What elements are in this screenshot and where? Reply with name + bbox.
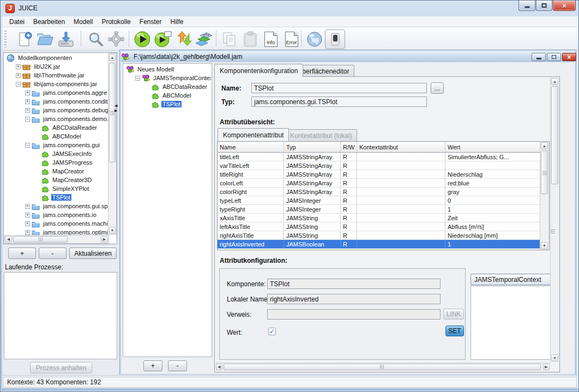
tab-kontextattribut-lokal[interactable]: Kontextattribut (lokal) xyxy=(285,129,357,141)
component-tree-item-mapcreator3d[interactable]: MapCreator3D xyxy=(4,176,108,184)
component-tree-item-jams-components-aggre[interactable]: +jams.components.aggre xyxy=(4,88,108,97)
table-row-varTitleLeft[interactable]: varTitleLeftJAMSStringArrayR xyxy=(218,161,549,170)
run-model-button[interactable] xyxy=(132,29,152,49)
expand-handle-icon[interactable]: − xyxy=(25,143,30,148)
model-tree-item-jamstemporalcontext[interactable]: −JAMSTemporalContext xyxy=(124,74,211,82)
scroll-down-icon[interactable]: ▼ xyxy=(551,354,558,361)
scroll-up-icon[interactable]: ▲ xyxy=(109,54,116,61)
stop-process-button[interactable]: Prozess anhalten xyxy=(30,362,92,373)
search-button[interactable] xyxy=(85,29,105,49)
expand-handle-icon[interactable]: + xyxy=(16,64,21,69)
expand-handle-icon[interactable]: + xyxy=(25,221,30,226)
process-list[interactable] xyxy=(4,272,117,359)
component-tree-item-abcdatareader[interactable]: ABCDataReader xyxy=(4,123,108,132)
scroll-left-icon[interactable]: ◀ xyxy=(216,364,222,370)
tab-komponentenattribut[interactable]: Komponentenattribut xyxy=(218,128,289,141)
tree-vscroll-thumb[interactable] xyxy=(109,63,116,162)
internal-close-button[interactable]: × xyxy=(562,53,576,61)
component-tree-item-mapcreator[interactable]: MapCreator xyxy=(4,167,108,176)
model-tree-item-tsplot[interactable]: TSPlot xyxy=(124,100,211,108)
web-button[interactable] xyxy=(304,29,324,49)
context-dropdown[interactable]: JAMSTemporalContext ▼ xyxy=(471,274,558,285)
run-model-gui-button[interactable] xyxy=(153,29,173,49)
minimize-button[interactable] xyxy=(518,1,535,11)
internal-restore-button[interactable] xyxy=(547,53,561,61)
component-tree-item-jams-components-io[interactable]: +jams.components.io xyxy=(4,210,108,219)
component-tree-item-simplexyplot[interactable]: SimpleXYPlot xyxy=(4,184,108,193)
table-row-titleLeft[interactable]: titleLeftJAMSStringArrayRSimulierterAbfl… xyxy=(218,153,549,161)
scroll-up-icon[interactable]: ▲ xyxy=(551,78,558,85)
menu-protokolle[interactable]: Protokolle xyxy=(98,17,134,27)
table-row-colorLeft[interactable]: colorLeftJAMSStringArrayRred;blue xyxy=(218,179,549,188)
menu-fenster[interactable]: Fenster xyxy=(136,17,166,27)
menu-hilfe[interactable]: Hilfe xyxy=(166,17,187,27)
wert-checkbox[interactable]: ✓ xyxy=(268,328,276,335)
column-header-kontextattribut[interactable]: Kontextattribut xyxy=(357,142,445,152)
table-row-colorRight[interactable]: colorRightJAMSStringArrayRgray xyxy=(218,188,549,196)
scroll-down-icon[interactable]: ▼ xyxy=(541,242,548,249)
column-header-typ[interactable]: Typ xyxy=(284,142,341,152)
error-log-button[interactable]: Error xyxy=(281,29,301,49)
expand-handle-icon[interactable]: + xyxy=(25,91,30,95)
table-row-typeLeft[interactable]: typeLeftJAMSIntegerR0 xyxy=(218,196,549,205)
update-components-button[interactable] xyxy=(173,29,194,49)
tab-komponentenkonfiguration[interactable]: Komponentenkonfiguration xyxy=(214,64,303,77)
tree-hscrollbar[interactable]: ◀ ▶ xyxy=(4,235,109,244)
table-row-typeRight[interactable]: typeRightJAMSIntegerR1 xyxy=(218,205,549,214)
component-tree-item-lib-j2k-jar[interactable]: +lib\J2K.jar xyxy=(4,62,108,71)
component-tree-item-modellkomponenten[interactable]: Modellkomponenten xyxy=(4,53,108,62)
component-tree-item-jams-components-machi[interactable]: +jams.components.machi xyxy=(4,219,108,228)
expand-handle-icon[interactable]: − xyxy=(25,117,30,122)
collapse-left-icon[interactable]: ◀ xyxy=(114,104,118,107)
tree-vscrollbar[interactable]: ▲ ▼ xyxy=(108,53,117,235)
expand-handle-icon[interactable]: + xyxy=(25,213,30,218)
verweis-field[interactable] xyxy=(267,309,441,319)
expand-handle-icon[interactable]: + xyxy=(25,99,30,104)
component-tree-item-jamsexecinfo[interactable]: JAMSExecInfo xyxy=(4,149,108,158)
close-button[interactable]: × xyxy=(553,1,576,11)
component-tree-item-jamsprogress[interactable]: JAMSProgress xyxy=(4,158,108,167)
table-row-rightAxisInverted[interactable]: rightAxisInvertedJAMSBooleanR1 xyxy=(218,240,549,249)
scroll-right-icon[interactable]: ▶ xyxy=(101,236,108,243)
scroll-up-icon[interactable]: ▲ xyxy=(541,142,548,149)
link-button[interactable]: LINK xyxy=(443,309,464,319)
menu-datei[interactable]: Datei xyxy=(5,17,28,27)
add-component-button[interactable]: + xyxy=(8,248,36,259)
name-more-button[interactable]: ... xyxy=(431,82,444,94)
model-tree-item-neues-modell[interactable]: Neues Modell xyxy=(124,65,211,74)
splitpane-toggle[interactable]: ◀▶ xyxy=(114,104,118,112)
model-window-titlebar[interactable]: F:\jams\data\j2k_gehlberg\Modell.jam × xyxy=(121,51,575,62)
panel-hscroll-thumb[interactable] xyxy=(224,364,541,370)
table-vscrollbar[interactable]: ▲ ▼ xyxy=(540,142,549,250)
info-log-button[interactable]: Info xyxy=(261,29,281,49)
model-add-button[interactable]: + xyxy=(143,360,162,371)
remove-component-button[interactable]: - xyxy=(39,248,67,259)
paste-button[interactable] xyxy=(240,29,260,49)
tree-hscroll-thumb[interactable] xyxy=(13,236,68,243)
component-tree-item-tsplot[interactable]: TSPlot xyxy=(4,193,108,202)
panel-hscrollbar[interactable]: ◀ ▶ xyxy=(215,363,550,371)
name-field[interactable]: TSPlot xyxy=(251,83,427,93)
titlebar[interactable]: J JUICE × xyxy=(1,1,578,16)
maximize-button[interactable] xyxy=(536,1,552,11)
menu-bearbeiten[interactable]: Bearbeiten xyxy=(29,17,69,27)
new-model-button[interactable] xyxy=(14,29,34,49)
component-tree-item-jams-components-gui[interactable]: −jams.components.gui xyxy=(4,141,108,149)
settings-gear-button[interactable] xyxy=(106,29,126,49)
column-header-name[interactable]: Name xyxy=(218,142,284,152)
component-tree-item-lib-thornthwaite-jar[interactable]: +lib\Thornthwaite.jar xyxy=(4,71,108,80)
table-vscroll-thumb[interactable] xyxy=(541,150,548,194)
component-tree-item-jams-components-gui-sp[interactable]: +jams.components.gui.sp xyxy=(4,202,108,210)
column-header-r-w[interactable]: R/W xyxy=(341,142,357,152)
panel-vscrollbar[interactable]: ▲ ▼ xyxy=(550,77,559,363)
panel-vscroll-thumb[interactable] xyxy=(551,86,558,184)
scroll-left-icon[interactable]: ◀ xyxy=(5,236,12,243)
set-button[interactable]: SET xyxy=(445,325,464,336)
copy-button[interactable] xyxy=(219,29,239,49)
component-tree-item-jams-components-condit[interactable]: +jams.components.condit xyxy=(4,97,108,106)
map-layers-button[interactable] xyxy=(194,29,214,49)
table-row-titleRight[interactable]: titleRightJAMSStringArrayRNiederschlag xyxy=(218,170,549,179)
component-tree-item-jams-components-demo-[interactable]: −jams.components.demo. xyxy=(4,114,108,123)
model-tree-item-abcmodel[interactable]: ABCModel xyxy=(124,91,211,100)
model-tree-item-abcdatareader[interactable]: ABCDataReader xyxy=(124,82,211,91)
